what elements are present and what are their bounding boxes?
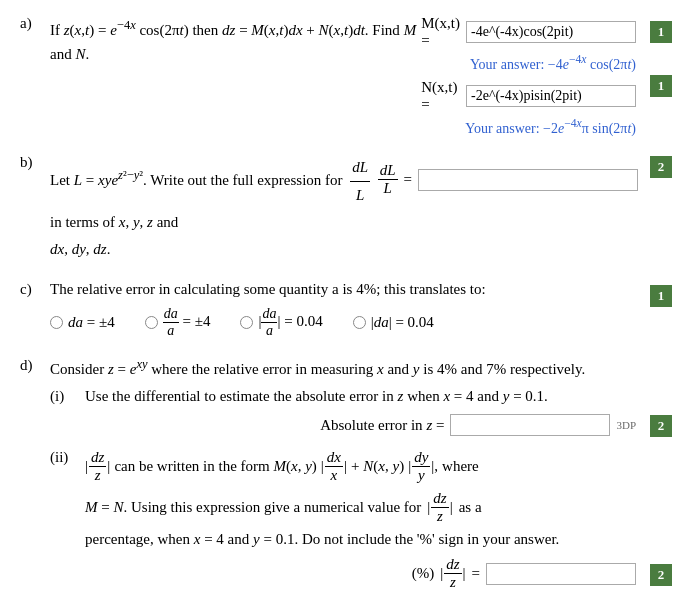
- b-exponent: z²−y²: [118, 168, 143, 182]
- abs-error-label: Absolute error in z =: [320, 417, 444, 434]
- and-d2: and: [461, 361, 483, 377]
- radio-circle-4[interactable]: [353, 316, 366, 329]
- m-input[interactable]: [466, 21, 636, 43]
- problem-d-statement: Consider z = exy where the relative erro…: [50, 357, 672, 378]
- option-3-label: | da a | = 0.04: [258, 306, 322, 339]
- option-1-label: da = ±4: [68, 314, 115, 331]
- equals-b: =: [404, 171, 412, 188]
- m-label: M(x,t) =: [421, 15, 460, 49]
- problem-c-content: The relative error in calculating some q…: [50, 281, 672, 339]
- m-your-answer: Your answer: −4e−4x cos(2πt): [421, 53, 636, 73]
- points-block-a: 1 1: [642, 15, 672, 97]
- sub-ii-label: (ii): [50, 449, 85, 591]
- sub-problem-i: (i) Use the differential to estimate the…: [50, 388, 672, 437]
- sub-ii-content: | dz z | can be written in the form M(x,…: [85, 449, 672, 591]
- m-answer-row: M(x,t) =: [421, 15, 636, 49]
- as-a: as a: [459, 499, 482, 516]
- threedp-label: 3DP: [616, 419, 636, 431]
- problem-b: b) Let L = xyez²−y². Write out the full …: [20, 154, 672, 263]
- points-badge-i: 2: [650, 415, 672, 437]
- abs-error-row: Absolute error in z = 3DP 2: [85, 413, 672, 437]
- radio-options-c: da = ±4 da a = ±4: [50, 306, 642, 339]
- abs-dz-z-2: | dz z |: [427, 490, 452, 525]
- points-badge-b: 2: [650, 156, 672, 178]
- abs-dz-z: | dz z |: [85, 449, 110, 484]
- radio-circle-3[interactable]: [240, 316, 253, 329]
- problem-a-answer-block: M(x,t) = Your answer: −4e−4x cos(2πt) N(…: [421, 15, 636, 136]
- problem-c: c) The relative error in calculating som…: [20, 281, 672, 339]
- sub-i-content: Use the differential to estimate the abs…: [85, 388, 672, 437]
- option-2-label: da a = ±4: [163, 306, 211, 339]
- m-equals-n: M = N. Using this expression give a nume…: [85, 499, 421, 516]
- abs-dy-y: | dy y |,: [408, 449, 438, 484]
- points-badge-ii: 2: [650, 564, 672, 586]
- problem-b-right: dL L = 2: [378, 154, 672, 205]
- ii-can-be: can be written in the form M(x, y): [114, 458, 316, 475]
- n-answer-row: N(x,t) =: [421, 79, 636, 113]
- problem-a-statement: If z(x,t) = e−4x cos(2πt) then dz = M(x,…: [50, 15, 421, 66]
- plus-n: + N(x, y): [351, 458, 404, 475]
- sub-problem-ii: (ii) | dz z | can be written in the form…: [50, 449, 672, 591]
- problem-d: d) Consider z = exy where the relative e…: [20, 357, 672, 591]
- radio-circle-2[interactable]: [145, 316, 158, 329]
- problem-a-content: If z(x,t) = e−4x cos(2πt) then dz = M(x,…: [50, 15, 672, 136]
- and-i: and: [477, 388, 499, 404]
- radio-option-4[interactable]: |da| = 0.04: [353, 314, 434, 331]
- exp-a: −4x: [117, 18, 136, 32]
- sub-ii-line3: percentage, when x = 4 and y = 0.1. Do n…: [85, 531, 672, 548]
- sub-ii-line1: | dz z | can be written in the form M(x,…: [85, 449, 672, 484]
- and-a: and: [50, 46, 72, 62]
- abs-error-input[interactable]: [450, 414, 610, 436]
- pct-input[interactable]: [486, 563, 636, 585]
- n-input[interactable]: [466, 85, 636, 107]
- problem-a-label: a): [20, 15, 50, 32]
- b-input[interactable]: [418, 169, 638, 191]
- dL-over-L-inline: dL L: [350, 154, 370, 209]
- then-keyword: then: [192, 22, 218, 38]
- b-answer-block: dL L =: [378, 154, 638, 205]
- problem-d-content: Consider z = exy where the relative erro…: [50, 357, 672, 591]
- problem-a: a) If z(x,t) = e−4x cos(2πt) then dz = M…: [20, 15, 672, 136]
- problem-c-label: c): [20, 281, 50, 298]
- problem-b-label: b): [20, 154, 50, 171]
- equals-ii: =: [472, 565, 480, 582]
- problem-b-content: Let L = xyez²−y². Write out the full exp…: [50, 154, 672, 263]
- and-d1: and: [387, 361, 409, 377]
- d-exponent: xy: [136, 357, 147, 371]
- abs-dz-z-3: | dz z |: [440, 556, 465, 591]
- sub-i-label: (i): [50, 388, 85, 437]
- radio-option-1[interactable]: da = ±4: [50, 314, 115, 331]
- points-badge-c: 1: [650, 285, 672, 307]
- n-your-answer: Your answer: −2e−4xπ sin(2πt): [421, 117, 636, 137]
- points-badge-n: 1: [650, 75, 672, 97]
- radio-option-2[interactable]: da a = ±4: [145, 306, 211, 339]
- sub-i-statement: Use the differential to estimate the abs…: [85, 388, 672, 405]
- and-b: and: [157, 214, 179, 230]
- n-label: N(x,t) =: [421, 79, 460, 113]
- problem-c-statement: The relative error in calculating some q…: [50, 281, 642, 298]
- sub-ii-line2: M = N. Using this expression give a nume…: [85, 490, 672, 525]
- radio-circle-1[interactable]: [50, 316, 63, 329]
- pct-label: (%): [412, 565, 435, 582]
- problem-d-label: d): [20, 357, 50, 374]
- radio-option-3[interactable]: | da a | = 0.04: [240, 306, 322, 339]
- and-ii: and: [228, 531, 250, 547]
- b-input-row: dL L =: [378, 162, 638, 197]
- abs-dx-x: | dx x |: [321, 449, 347, 484]
- pct-answer-row: (%) | dz z | = 2: [85, 556, 672, 591]
- problem-c-statement-block: The relative error in calculating some q…: [50, 281, 642, 339]
- problem-b-statement: Let L = xyez²−y². Write out the full exp…: [50, 154, 378, 263]
- points-badge-m: 1: [650, 21, 672, 43]
- where-text: where: [442, 458, 479, 475]
- problem-a-answers: M(x,t) = Your answer: −4e−4x cos(2πt) N(…: [421, 15, 672, 136]
- option-4-label: |da| = 0.04: [371, 314, 434, 331]
- dL-over-L-eq: dL L: [378, 162, 398, 197]
